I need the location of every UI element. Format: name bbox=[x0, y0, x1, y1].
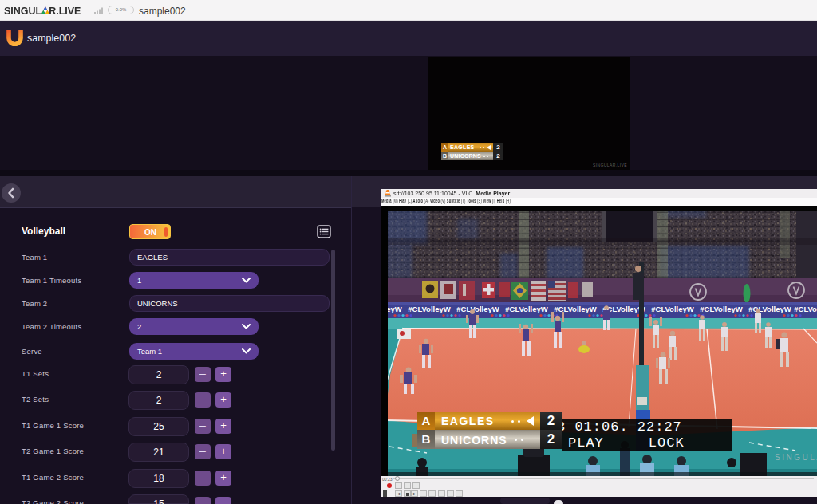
svg-text:#CLVolleyW: #CLVolleyW bbox=[651, 305, 694, 313]
svg-text:#CLVolleyW: #CLVolleyW bbox=[408, 305, 451, 313]
svg-text:#CLVolleyW: #CLVolleyW bbox=[700, 305, 743, 313]
svg-text:#CLVolleyW: #CLVolleyW bbox=[794, 305, 817, 313]
svg-text:#CLVolleyW: #CLVolleyW bbox=[554, 305, 597, 313]
svg-text:#CLVolleyW: #CLVolleyW bbox=[748, 305, 791, 313]
svg-text:#CLVolleyW: #CLVolleyW bbox=[505, 305, 548, 313]
svg-text:#CLVolleyW: #CLVolleyW bbox=[456, 305, 499, 313]
svg-text:SINGULA: SINGULA bbox=[775, 453, 817, 462]
